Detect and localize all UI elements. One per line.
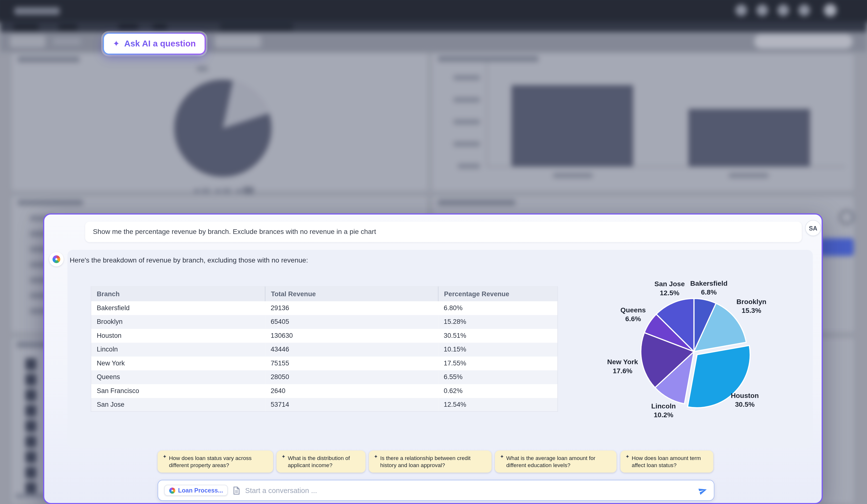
column-header: Percentage Revenue [438,287,557,301]
column-header: Branch [91,287,265,301]
column-header: Total Revenue [265,287,438,301]
sparkle-icon: ✦ [374,453,378,460]
context-chip-logo-icon [169,487,175,493]
table-row: Lincoln4344610.15% [91,342,558,356]
pie-slice [687,345,750,408]
chat-input[interactable] [245,486,693,494]
table-row: San Jose5371412.54% [91,398,558,411]
user-avatar: SA [805,220,821,236]
assistant-logo-icon [53,255,61,263]
suggested-question-chip[interactable]: ✦What is the distribution of applicant i… [277,450,365,472]
suggested-questions: ✦How does loan status vary across differ… [44,450,824,472]
revenue-pie-chart [622,280,766,423]
assistant-avatar [49,252,64,266]
ask-ai-button[interactable]: ✦ Ask AI a question [103,32,206,54]
context-chip[interactable]: Loan Process... [164,485,228,496]
sparkle-icon: ✦ [113,39,120,49]
attachment-icon[interactable] [233,486,240,494]
ai-chat-dialog: Show me the percentage revenue by branch… [43,213,823,504]
table-row: Bakersfield291366.80% [91,301,558,315]
sparkle-icon: ✦ [281,453,286,460]
revenue-table: BranchTotal RevenuePercentage RevenueBak… [91,286,558,411]
send-icon[interactable] [698,486,708,495]
chat-input-bar[interactable]: Loan Process... [158,480,715,501]
user-message: Show me the percentage revenue by branch… [85,222,802,242]
table-row: New York7515517.55% [91,356,558,370]
assistant-intro-text: Here's the breakdown of revenue by branc… [70,256,308,264]
table-row: Houston13063030.51% [91,329,558,342]
sparkle-icon: ✦ [625,453,630,460]
table-row: San Francisco26400.62% [91,384,558,398]
suggested-question-chip[interactable]: ✦How does loan amount term affect loan s… [620,450,713,472]
screen: ✦ Ask AI a question Show me the percenta… [0,0,867,504]
suggested-question-chip[interactable]: ✦What is the average loan amount for dif… [495,450,617,472]
ask-ai-button-label: Ask AI a question [124,39,196,49]
table-row: Queens280506.55% [91,370,558,384]
sparkle-icon: ✦ [163,453,167,460]
suggested-question-chip[interactable]: ✦How does loan status vary across differ… [158,450,274,472]
table-row: Brooklyn6540515.28% [91,315,558,329]
suggested-question-chip[interactable]: ✦Is there a relationship between credit … [369,450,491,472]
context-chip-label: Loan Process... [178,487,223,493]
sparkle-icon: ✦ [500,453,504,460]
